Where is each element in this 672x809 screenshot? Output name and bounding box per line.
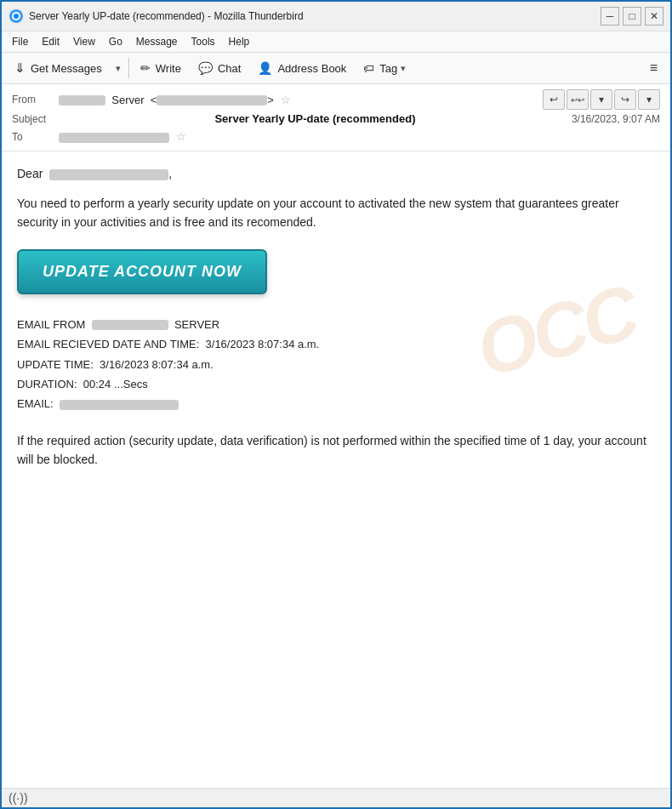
address-book-label: Address Book bbox=[277, 62, 346, 75]
toolbar-separator-1 bbox=[128, 58, 129, 78]
to-row: To ☆ bbox=[12, 128, 660, 145]
info-update-value: 3/16/2023 8:07:34 a.m. bbox=[100, 358, 214, 371]
write-label: Write bbox=[156, 62, 181, 75]
email-body-paragraph: You need to perform a yearly security up… bbox=[17, 194, 655, 232]
greeting-text: Dear bbox=[17, 167, 43, 180]
toolbar: Get Messages ▾ Write Chat Address Book T… bbox=[2, 53, 670, 84]
forward-button[interactable]: ↪ bbox=[614, 89, 636, 110]
status-bar: ((·)) bbox=[2, 788, 670, 807]
get-messages-button[interactable]: Get Messages bbox=[7, 56, 110, 80]
address-book-button[interactable]: Address Book bbox=[250, 57, 354, 79]
chat-label: Chat bbox=[218, 62, 241, 75]
email-header: From Server <> ☆ ↩ ↩↩ ▾ ↪ bbox=[2, 84, 670, 151]
menu-file[interactable]: File bbox=[7, 34, 33, 49]
menu-go[interactable]: Go bbox=[104, 34, 128, 49]
info-email-value-redacted bbox=[60, 400, 179, 410]
subject-label: Subject bbox=[12, 113, 59, 125]
to-star-icon[interactable]: ☆ bbox=[176, 130, 186, 143]
info-email-label: EMAIL: bbox=[17, 397, 54, 410]
subject-value: Server Yearly UP-date (recommended) bbox=[214, 112, 415, 125]
chat-button[interactable]: Chat bbox=[191, 57, 248, 79]
get-messages-icon bbox=[14, 60, 26, 76]
to-label: To bbox=[12, 131, 59, 143]
reply-button[interactable]: ↩ bbox=[543, 89, 565, 110]
main-window: Server Yearly UP-date (recommended) - Mo… bbox=[0, 0, 672, 809]
tag-icon bbox=[363, 62, 374, 75]
forward-icon: ↪ bbox=[621, 94, 629, 105]
info-email-row: EMAIL: bbox=[17, 394, 655, 413]
info-update-row: UPDATE TIME: 3/16/2023 8:07:34 a.m. bbox=[17, 355, 655, 374]
email-body-content: Dear , You need to perform a yearly secu… bbox=[17, 167, 655, 470]
info-block: EMAIL FROM SERVER EMAIL RECIEVED DATE AN… bbox=[17, 315, 655, 414]
update-account-button[interactable]: Update account now bbox=[17, 249, 267, 294]
subject-row: Subject Server Yearly UP-date (recommend… bbox=[12, 110, 660, 128]
greeting-comma: , bbox=[168, 167, 172, 180]
from-redacted-name bbox=[59, 95, 105, 105]
to-value: ☆ bbox=[59, 130, 660, 143]
toolbar-menu-button[interactable]: ≡ bbox=[642, 56, 665, 80]
tag-button[interactable]: Tag ▾ bbox=[356, 58, 413, 79]
write-icon bbox=[140, 61, 151, 75]
menu-bar: File Edit View Go Message Tools Help bbox=[2, 31, 670, 53]
maximize-button[interactable]: □ bbox=[623, 7, 641, 26]
cta-button[interactable]: Update account now bbox=[17, 249, 655, 315]
info-received-label: EMAIL RECIEVED DATE AND TIME: bbox=[17, 338, 199, 350]
info-received-row: EMAIL RECIEVED DATE AND TIME: 3/16/2023 … bbox=[17, 334, 655, 354]
warning-text: If the required action (security update,… bbox=[17, 431, 655, 470]
info-email-from-row: EMAIL FROM SERVER bbox=[17, 315, 655, 334]
chat-icon bbox=[198, 61, 213, 75]
minimize-button[interactable]: ─ bbox=[601, 7, 619, 26]
email-body: OCC Dear , You need to perform a yearly … bbox=[2, 151, 670, 788]
thunderbird-icon bbox=[9, 9, 24, 24]
from-star-icon[interactable]: ☆ bbox=[281, 94, 291, 106]
address-book-icon bbox=[258, 61, 272, 75]
from-value: Server <> ☆ bbox=[59, 94, 536, 106]
from-server-text: Server bbox=[111, 94, 144, 106]
email-date: 3/16/2023, 9:07 AM bbox=[572, 113, 660, 125]
info-duration-row: DURATION: 00:24 ...Secs bbox=[17, 374, 655, 394]
reply-actions: ↩ ↩↩ ▾ ↪ ▾ bbox=[543, 89, 660, 110]
write-button[interactable]: Write bbox=[133, 57, 189, 79]
menu-edit[interactable]: Edit bbox=[37, 34, 65, 49]
from-row-content: From Server <> ☆ bbox=[12, 91, 536, 109]
info-email-from-redacted bbox=[92, 320, 168, 330]
reply-all-icon: ↩↩ bbox=[571, 95, 584, 105]
reply-dropdown-button[interactable]: ▾ bbox=[590, 89, 612, 110]
menu-view[interactable]: View bbox=[68, 34, 100, 49]
info-server-text: SERVER bbox=[174, 318, 219, 331]
close-button[interactable]: ✕ bbox=[645, 7, 663, 26]
from-label: From bbox=[12, 94, 59, 105]
get-messages-dropdown[interactable]: ▾ bbox=[111, 60, 125, 77]
window-title: Server Yearly UP-date (recommended) - Mo… bbox=[29, 10, 304, 22]
title-bar-left: Server Yearly UP-date (recommended) - Mo… bbox=[9, 9, 304, 24]
to-redacted-email bbox=[59, 133, 169, 143]
menu-message[interactable]: Message bbox=[131, 34, 183, 49]
menu-tools[interactable]: Tools bbox=[186, 34, 220, 49]
menu-help[interactable]: Help bbox=[224, 34, 255, 49]
get-messages-label: Get Messages bbox=[31, 62, 102, 75]
from-redacted-email bbox=[157, 95, 267, 105]
info-duration-label: DURATION: bbox=[17, 378, 77, 390]
svg-point-2 bbox=[14, 14, 19, 19]
reply-icon: ↩ bbox=[550, 94, 558, 105]
reply-all-button[interactable]: ↩↩ bbox=[567, 89, 589, 110]
greeting-email-redacted bbox=[49, 169, 168, 180]
info-email-from-label: EMAIL FROM bbox=[17, 318, 85, 331]
info-received-value: 3/16/2023 8:07:34 a.m. bbox=[206, 338, 320, 350]
forward-dropdown-button[interactable]: ▾ bbox=[638, 89, 660, 110]
window-controls: ─ □ ✕ bbox=[601, 7, 663, 26]
connection-icon: ((·)) bbox=[9, 791, 28, 805]
info-update-label: UPDATE TIME: bbox=[17, 358, 94, 371]
email-from-row: From Server <> ☆ ↩ ↩↩ ▾ ↪ bbox=[12, 89, 660, 110]
info-duration-value: 00:24 ...Secs bbox=[83, 378, 148, 390]
email-greeting: Dear , bbox=[17, 167, 655, 180]
title-bar: Server Yearly UP-date (recommended) - Mo… bbox=[2, 2, 670, 31]
tag-label: Tag bbox=[379, 62, 397, 75]
tag-dropdown-arrow: ▾ bbox=[401, 63, 406, 74]
